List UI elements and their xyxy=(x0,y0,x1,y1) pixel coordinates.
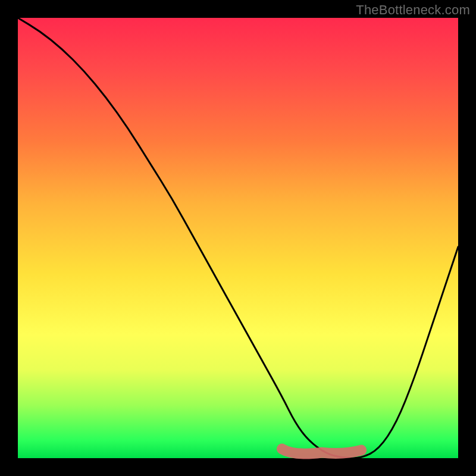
plot-area xyxy=(18,18,458,458)
curve-layer xyxy=(18,18,458,458)
bottleneck-curve xyxy=(18,18,458,458)
chart-root: TheBottleneck.com xyxy=(0,0,476,476)
watermark-text: TheBottleneck.com xyxy=(356,2,470,18)
accent-blob xyxy=(282,449,361,454)
